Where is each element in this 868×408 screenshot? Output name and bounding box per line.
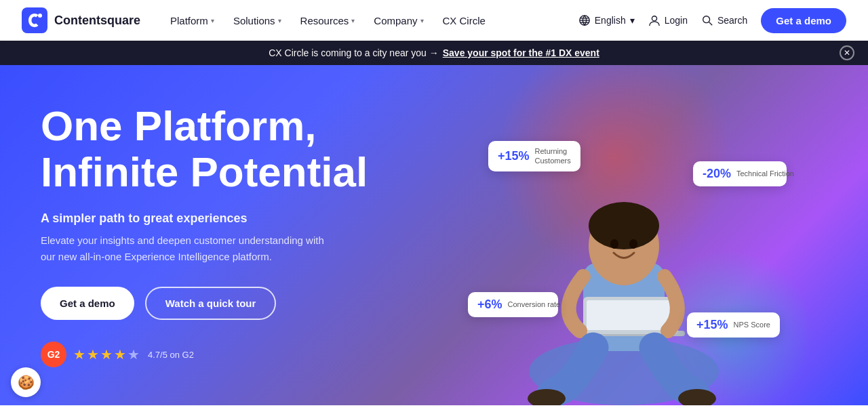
stat-label-1: ReturningCustomers xyxy=(535,146,571,166)
svg-point-1 xyxy=(38,14,42,18)
hero-description: Elevate your insights and deepen custome… xyxy=(41,232,326,265)
svg-line-5 xyxy=(709,22,713,26)
hero-buttons: Get a demo Watch a quick tour xyxy=(41,287,420,320)
get-demo-button[interactable]: Get a demo xyxy=(761,8,846,33)
platform-chevron-icon: ▾ xyxy=(211,17,214,24)
language-chevron-icon: ▾ xyxy=(630,15,635,26)
nav-platform[interactable]: Platform ▾ xyxy=(162,9,222,32)
rating-area: G2 ★★★★★ 4.7/5 on G2 xyxy=(41,342,420,367)
nav-links: Platform ▾ Solutions ▾ Resources ▾ Compa… xyxy=(162,9,494,32)
resources-chevron-icon: ▾ xyxy=(351,17,355,24)
hero-quick-tour-button[interactable]: Watch a quick tour xyxy=(145,287,277,320)
nav-company[interactable]: Company ▾ xyxy=(366,9,431,32)
nav-solutions[interactable]: Solutions ▾ xyxy=(225,9,290,32)
stat-value-3: +6% xyxy=(477,298,502,312)
star-rating: ★★★★★ xyxy=(73,346,141,363)
nav-resources[interactable]: Resources ▾ xyxy=(292,9,363,32)
svg-rect-0 xyxy=(22,7,47,33)
stat-value-2: -20% xyxy=(703,167,731,181)
announcement-close-button[interactable]: ✕ xyxy=(840,45,854,60)
rating-text: 4.7/5 on G2 xyxy=(148,350,194,360)
globe-icon xyxy=(578,14,591,26)
stat-card-returning-customers: +15% ReturningCustomers xyxy=(488,141,580,171)
hero-content: One Platform, Infinite Potential A simpl… xyxy=(41,103,420,367)
login-link[interactable]: Login xyxy=(648,14,688,26)
user-icon xyxy=(648,14,660,26)
nav-right: English ▾ Login Search Get a demo xyxy=(578,8,846,33)
stat-card-conversion-rate: +6% Conversion rate xyxy=(468,292,558,317)
language-selector[interactable]: English ▾ xyxy=(578,14,635,26)
nav-left: Contentsquare Platform ▾ Solutions ▾ Res… xyxy=(22,7,494,33)
logo[interactable]: Contentsquare xyxy=(22,7,140,33)
hero-subtitle: A simpler path to great experiences xyxy=(41,211,420,226)
stat-value-4: +15% xyxy=(696,318,728,332)
search-button[interactable]: Search xyxy=(701,14,747,26)
navbar: Contentsquare Platform ▾ Solutions ▾ Res… xyxy=(0,0,868,41)
logo-text: Contentsquare xyxy=(54,14,140,28)
svg-point-3 xyxy=(652,16,656,21)
stat-value-1: +15% xyxy=(498,149,530,163)
stat-label-2: Technical Friction xyxy=(736,169,777,178)
cookie-preferences-button[interactable]: 🍪 xyxy=(11,367,41,397)
company-chevron-icon: ▾ xyxy=(420,17,424,24)
svg-point-4 xyxy=(703,16,710,23)
g2-badge: G2 xyxy=(41,342,66,367)
announcement-text: CX Circle is coming to a city near you → xyxy=(269,47,439,58)
solutions-chevron-icon: ▾ xyxy=(278,17,281,24)
stat-card-nps-score: +15% NPS Score xyxy=(687,312,780,338)
hero-get-demo-button[interactable]: Get a demo xyxy=(41,287,134,320)
stat-label-3: Conversion rate xyxy=(508,300,549,309)
svg-point-9 xyxy=(589,202,659,249)
hero-visual: +15% ReturningCustomers -20% Technical F… xyxy=(420,65,827,405)
announcement-link[interactable]: Save your spot for the #1 DX event xyxy=(443,47,599,58)
hero-person-image: +15% ReturningCustomers -20% Technical F… xyxy=(481,121,766,405)
svg-point-11 xyxy=(629,239,637,249)
search-icon xyxy=(701,14,713,26)
announcement-bar: CX Circle is coming to a city near you →… xyxy=(0,41,868,65)
nav-cx-circle[interactable]: CX Circle xyxy=(435,9,494,32)
svg-point-10 xyxy=(610,239,618,249)
stat-label-4: NPS Score xyxy=(734,320,770,329)
hero-title: One Platform, Infinite Potential xyxy=(41,103,420,195)
svg-rect-14 xyxy=(587,300,675,330)
logo-icon xyxy=(22,7,47,33)
stat-card-technical-friction: -20% Technical Friction xyxy=(693,161,787,186)
hero-section: One Platform, Infinite Potential A simpl… xyxy=(0,65,868,405)
